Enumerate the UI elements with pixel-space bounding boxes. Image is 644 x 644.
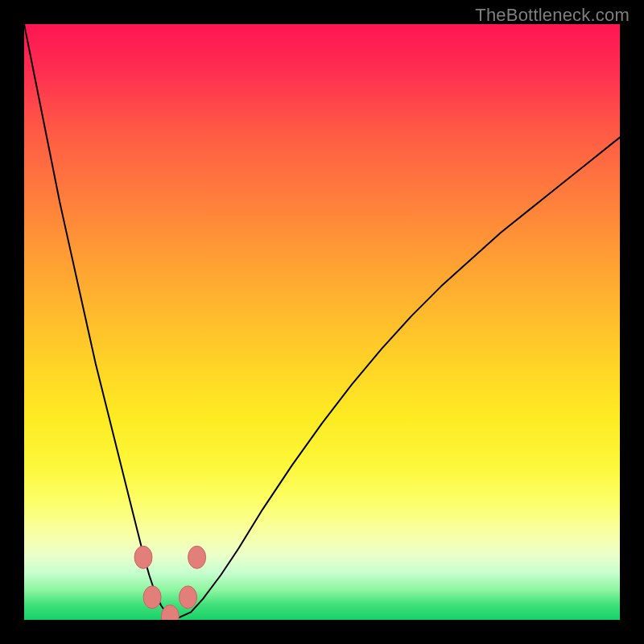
watermark-text: TheBottleneck.com (475, 5, 630, 26)
chart-frame: TheBottleneck.com (0, 0, 644, 644)
plot-area (24, 24, 620, 620)
